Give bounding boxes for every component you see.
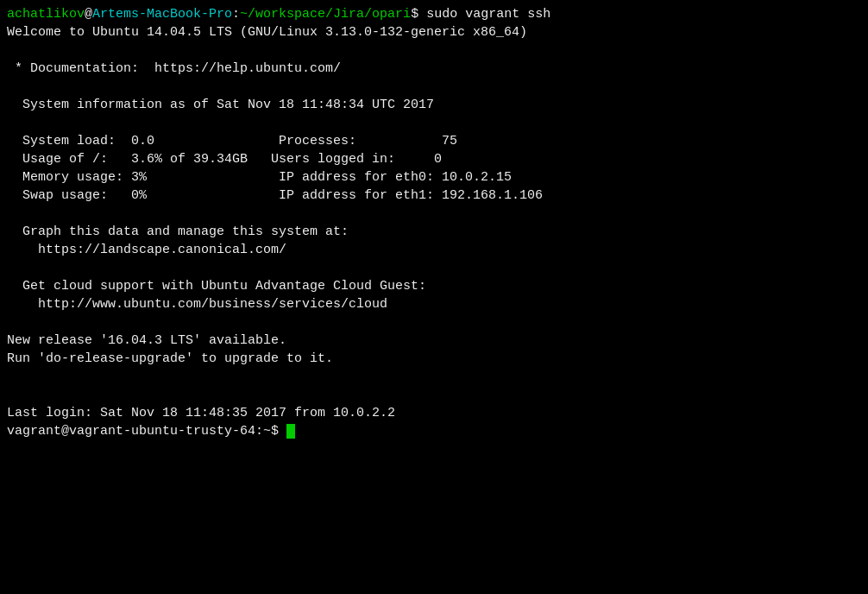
prompt-host: Artems-MacBook-Pro [92, 7, 232, 22]
output-line-12: New release '16.04.3 LTS' available. [7, 332, 861, 350]
empty-line-5 [7, 259, 861, 277]
vagrant-prompt-text: vagrant@vagrant-ubuntu-trusty-64:~$ [7, 424, 286, 439]
output-line-11: http://www.ubuntu.com/business/services/… [7, 295, 861, 313]
cursor [286, 424, 295, 439]
output-line-6: Memory usage: 3% IP address for eth0: 10… [7, 168, 861, 186]
output-line-2: * Documentation: https://help.ubuntu.com… [7, 60, 861, 78]
empty-line-1 [7, 41, 861, 60]
output-line-4: System load: 0.0 Processes: 75 [7, 132, 861, 150]
output-line-7: Swap usage: 0% IP address for eth1: 192.… [7, 186, 861, 205]
terminal-window: achatlikov@Artems-MacBook-Pro:~/workspac… [0, 0, 868, 594]
empty-line-8 [7, 386, 861, 404]
prompt-user: achatlikov [7, 7, 85, 22]
output-line-14: Last login: Sat Nov 18 11:48:35 2017 fro… [7, 404, 861, 422]
prompt-dollar: $ [411, 7, 418, 22]
prompt-colon: : [232, 7, 240, 22]
output-line-3: System information as of Sat Nov 18 11:4… [7, 96, 861, 114]
output-line-5: Usage of /: 3.6% of 39.34GB Users logged… [7, 150, 861, 168]
empty-line-6 [7, 313, 861, 332]
empty-line-2 [7, 78, 861, 96]
output-line-1: Welcome to Ubuntu 14.04.5 LTS (GNU/Linux… [7, 23, 861, 41]
prompt-path: ~/workspace/Jira/opari [240, 7, 411, 22]
empty-line-4 [7, 205, 861, 223]
output-line-9: https://landscape.canonical.com/ [7, 241, 861, 259]
output-line-8: Graph this data and manage this system a… [7, 223, 861, 241]
output-line-13: Run 'do-release-upgrade' to upgrade to i… [7, 350, 861, 368]
empty-line-7 [7, 368, 861, 386]
empty-line-3 [7, 114, 861, 132]
prompt-line: achatlikov@Artems-MacBook-Pro:~/workspac… [7, 5, 861, 23]
output-line-10: Get cloud support with Ubuntu Advantage … [7, 277, 861, 295]
prompt-at: @ [85, 7, 92, 22]
vagrant-prompt-line[interactable]: vagrant@vagrant-ubuntu-trusty-64:~$ [7, 422, 861, 440]
prompt-command: sudo vagrant ssh [418, 7, 550, 22]
